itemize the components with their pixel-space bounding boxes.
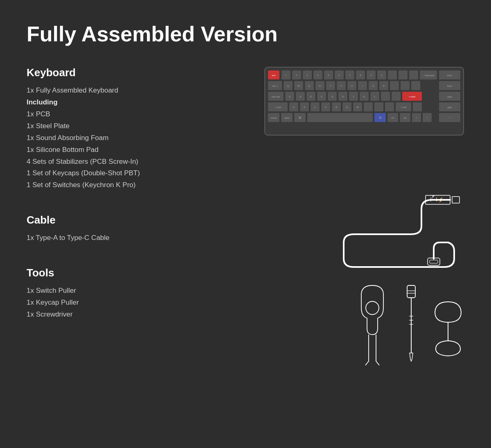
keyboard-item-including: Including: [27, 97, 223, 109]
keyboard-section: Keyboard 1x Fully Assembled Keyboard Inc…: [27, 66, 223, 191]
svg-text:X: X: [304, 106, 305, 109]
svg-text:fn2: fn2: [404, 117, 407, 119]
svg-text:D: D: [310, 95, 312, 98]
tools-item-keycap-puller: 1x Keycap Puller: [27, 297, 223, 309]
svg-text:0: 0: [381, 74, 383, 77]
cable-section-title: Cable: [27, 214, 223, 226]
svg-text:Z: Z: [293, 106, 295, 109]
svg-text:P: P: [383, 85, 385, 87]
tools-item-screwdriver: 1x Screwdriver: [27, 309, 223, 321]
svg-text:7: 7: [349, 74, 351, 77]
svg-text:Y: Y: [340, 85, 342, 87]
content-layout: Keyboard 1x Fully Assembled Keyboard Inc…: [27, 66, 464, 343]
svg-line-137: [365, 361, 369, 365]
svg-point-134: [366, 301, 379, 315]
svg-text:U: U: [351, 85, 353, 87]
svg-text:G: G: [331, 95, 333, 98]
svg-text:option: option: [284, 117, 290, 119]
svg-rect-54: [411, 81, 420, 90]
svg-rect-99: [364, 102, 373, 111]
svg-rect-133: [430, 260, 438, 263]
keycap-puller-icon: [432, 300, 464, 365]
svg-text:⌘: ⌘: [299, 116, 302, 119]
keyboard-item-plate: 1x Steel Plate: [27, 120, 223, 132]
svg-text:control: control: [270, 117, 277, 119]
tools-illustration: [264, 267, 464, 365]
svg-rect-23: [388, 70, 397, 79]
svg-text:2: 2: [296, 74, 297, 77]
svg-rect-113: [307, 113, 373, 122]
svg-text:tab ⇥: tab ⇥: [273, 85, 277, 87]
svg-text:S: S: [300, 95, 301, 98]
keyboard-illustration: esc 1 2 3 4 5 6 7: [264, 66, 464, 136]
svg-text:↵ enter: ↵ enter: [409, 95, 416, 98]
svg-text:F: F: [321, 95, 322, 98]
svg-text:caps lock: caps lock: [272, 95, 280, 98]
screwdriver-icon: [403, 283, 419, 365]
svg-text:K: K: [363, 95, 365, 98]
cable-item-0: 1x Type-A to Type-C Cable: [27, 232, 223, 244]
page-title: Fully Assembled Version: [27, 23, 464, 46]
left-column: Keyboard 1x Fully Assembled Keyboard Inc…: [27, 66, 223, 343]
svg-text:J: J: [353, 95, 354, 98]
svg-text:B: B: [336, 106, 337, 109]
svg-text:A: A: [289, 95, 291, 98]
svg-text:⌘: ⌘: [379, 116, 382, 119]
svg-text:home: home: [447, 74, 453, 77]
svg-rect-25: [409, 70, 418, 79]
svg-text:T: T: [330, 85, 331, 87]
svg-text:3: 3: [307, 74, 308, 77]
svg-text:Q: Q: [287, 85, 289, 87]
svg-text:home: home: [447, 85, 453, 87]
svg-text:1: 1: [286, 74, 287, 77]
svg-rect-131: [452, 197, 459, 203]
svg-rect-101: [385, 102, 394, 111]
svg-text:N: N: [346, 106, 348, 109]
svg-rect-24: [399, 70, 408, 79]
page-container: Fully Assembled Version Keyboard 1x Full…: [0, 0, 491, 448]
keyboard-item-stabilizers: 4 Sets of Stabilizers (PCB Screw-In): [27, 156, 223, 168]
keyboard-item-pcb: 1x PCB: [27, 109, 223, 120]
tools-item-switch-puller: 1x Switch Puller: [27, 285, 223, 297]
svg-rect-139: [407, 285, 415, 298]
svg-rect-52: [390, 81, 399, 90]
svg-text:W: W: [297, 85, 300, 87]
svg-text:M: M: [357, 106, 359, 109]
svg-rect-78: [392, 92, 401, 101]
svg-text:9: 9: [371, 74, 372, 77]
keyboard-item-foam: 1x Sound Absorbing Foam: [27, 132, 223, 144]
keyboard-section-title: Keyboard: [27, 66, 223, 79]
svg-text:⇧ shift: ⇧ shift: [401, 106, 407, 109]
keyboard-item-0: 1x Fully Assembled Keyboard: [27, 85, 223, 97]
svg-text:8: 8: [360, 74, 361, 77]
svg-rect-104: [413, 102, 422, 111]
tools-section-title: Tools: [27, 267, 223, 279]
svg-text:5: 5: [328, 74, 329, 77]
svg-text:6: 6: [339, 74, 340, 77]
svg-text:pgdn: pgdn: [447, 106, 452, 109]
keyboard-item-pad: 1x Silicone Bottom Pad: [27, 144, 223, 156]
svg-text:C: C: [314, 106, 316, 109]
svg-text:⇧ shift: ⇧ shift: [275, 106, 281, 109]
svg-text:O: O: [372, 85, 374, 87]
svg-rect-53: [401, 81, 410, 90]
svg-text:esc: esc: [272, 74, 275, 77]
keyboard-item-keycaps: 1 Set of Keycaps (Double-Shot PBT): [27, 167, 223, 179]
svg-text:V: V: [325, 106, 327, 109]
tools-section: Tools 1x Switch Puller 1x Keycap Puller …: [27, 267, 223, 321]
switch-puller-icon: [354, 283, 391, 365]
right-column: esc 1 2 3 4 5 6 7: [239, 66, 464, 343]
svg-rect-77: [381, 92, 390, 101]
svg-text:E: E: [309, 85, 310, 87]
svg-text:fn1: fn1: [392, 117, 394, 119]
svg-text:pgup: pgup: [447, 95, 452, 98]
svg-text:R: R: [319, 85, 321, 87]
cable-section: Cable 1x Type-A to Type-C Cable: [27, 214, 223, 244]
svg-rect-100: [374, 102, 383, 111]
svg-line-138: [376, 361, 379, 365]
svg-text:4: 4: [318, 74, 319, 77]
svg-text:H: H: [342, 95, 344, 98]
keyboard-item-switches: 1 Set of Switches (Keychron K Pro): [27, 179, 223, 191]
svg-text:← backspace: ← backspace: [422, 74, 435, 77]
